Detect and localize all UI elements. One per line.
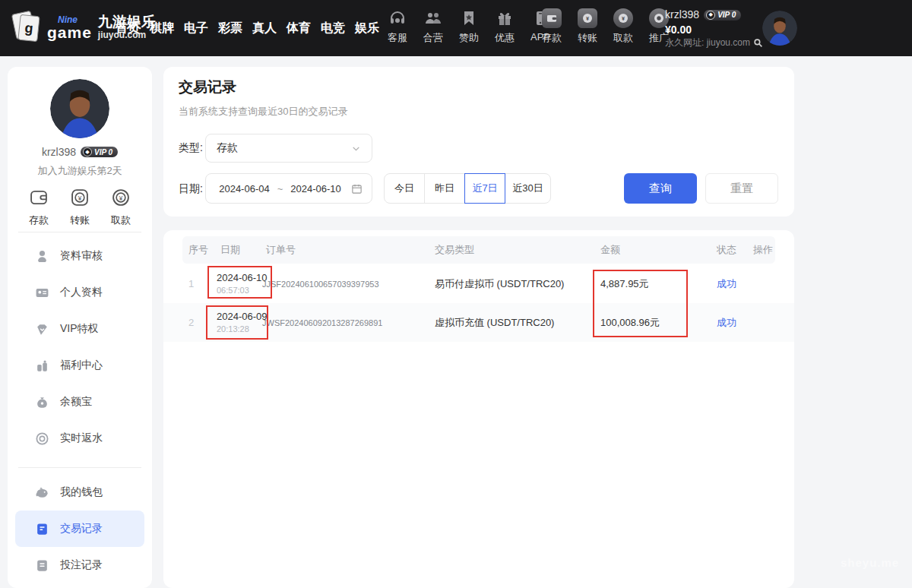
topbar-service-icons: 客服 合营 赞助 优惠 APP [384, 8, 554, 45]
page-title: 交易记录 [179, 77, 236, 97]
sidebar-item-yuebao[interactable]: 余额宝 [15, 384, 144, 420]
row-index: 1 [188, 264, 194, 303]
deposit-quick-action[interactable]: 存款 [28, 187, 49, 227]
logo-game-text: game [47, 24, 92, 40]
nav-slots[interactable]: 电子 [184, 21, 208, 36]
transactions-table-card: 序号 日期 订单号 交易类型 金额 状态 操作 1 2024-06-10 06:… [163, 230, 794, 588]
col-date: 日期 [220, 236, 240, 264]
wallet-outline-icon [28, 187, 49, 208]
nav-esports[interactable]: 电竞 [321, 21, 345, 36]
profile-avatar[interactable] [50, 79, 109, 138]
vip-diamond-icon: ◆ [706, 11, 715, 20]
row-order-number: JJSF202406100657039397953 [262, 264, 379, 303]
avatar[interactable] [762, 11, 797, 46]
col-index: 序号 [188, 236, 208, 264]
partnership-button[interactable]: 合营 [420, 8, 447, 45]
row-index: 2 [188, 303, 194, 342]
sidebar-item-rebate[interactable]: 实时返水 [15, 420, 144, 457]
date-start: 2024-06-04 [219, 183, 270, 194]
type-select[interactable]: 存款 [205, 134, 372, 163]
promotions-button[interactable]: 优惠 [491, 8, 518, 45]
nav-sports[interactable]: 体育 [287, 21, 311, 36]
row-transaction-type: 易币付虚拟币 (USDT/TRC20) [435, 264, 564, 303]
col-amount: 金额 [600, 236, 620, 264]
rebate-circle-icon [35, 432, 49, 446]
row-date: 2024-06-09 20:13:28 [217, 303, 268, 342]
welfare-gift-icon [35, 359, 49, 373]
magnifier-icon[interactable] [753, 38, 763, 48]
logo-cards-icon: g [12, 11, 43, 44]
row-date: 2024-06-10 06:57:03 [217, 264, 268, 303]
bet-record-icon [35, 558, 49, 573]
nav-entertainment[interactable]: 娱乐 [355, 21, 379, 36]
nav-lottery[interactable]: 彩票 [218, 21, 242, 36]
transfer-outline-icon: ¥ [69, 187, 90, 208]
calendar-icon [351, 183, 363, 194]
type-label: 类型: [179, 141, 203, 155]
sidebar-item-profile[interactable]: 个人资料 [15, 274, 144, 311]
page-subtitle: 当前系统支持查询最近30日的交易记录 [179, 105, 347, 119]
wallet-icon [541, 8, 562, 29]
bookmark-star-icon [458, 8, 480, 29]
transaction-record-icon [35, 522, 49, 536]
vip-diamond-icon: ◆ [83, 147, 92, 156]
sidebar-item-welfare[interactable]: 福利中心 [15, 347, 144, 384]
transfer-button-top[interactable]: ¥ 转账 [574, 8, 601, 45]
row-status-link[interactable]: 成功 [717, 303, 736, 342]
transfer-coin-icon: ¥ [577, 8, 598, 29]
divider [18, 232, 141, 232]
vip-diamond-icon [35, 322, 49, 337]
svg-text:¥: ¥ [78, 195, 82, 202]
col-type: 交易类型 [435, 236, 474, 264]
sponsor-button[interactable]: 赞助 [455, 8, 483, 45]
partners-icon [423, 8, 444, 29]
filters-card: 交易记录 当前系统支持查询最近30日的交易记录 类型: 存款 日期: 2024-… [163, 67, 794, 217]
table-row: 2 2024-06-09 20:13:28 JWSF20240609201328… [163, 303, 794, 342]
piggy-bank-icon [35, 485, 49, 500]
sidebar-item-verification[interactable]: 资料审核 [15, 238, 144, 274]
date-shortcut-tabs: 今日 昨日 近7日 近30日 [384, 173, 551, 204]
tab-last-7-days[interactable]: 近7日 [464, 173, 505, 204]
withdraw-coin-icon: ¥ [613, 8, 634, 29]
nav-live[interactable]: 真人 [252, 21, 277, 36]
date-end: 2024-06-10 [290, 183, 341, 194]
permanent-url: 永久网址: jiuyou.com [665, 37, 763, 49]
chevron-down-icon [351, 144, 361, 153]
table-row: 1 2024-06-10 06:57:03 JJSF20240610065703… [163, 264, 794, 303]
deposit-button-top[interactable]: 存款 [538, 8, 565, 45]
sidebar-item-transactions[interactable]: 交易记录 [15, 511, 144, 547]
sidebar-item-wallet[interactable]: 我的钱包 [15, 474, 144, 511]
sidebar-item-bets[interactable]: 投注记录 [15, 547, 144, 583]
nav-chess[interactable]: 棋牌 [150, 21, 174, 36]
tab-today[interactable]: 今日 [384, 173, 425, 204]
tab-last-30-days[interactable]: 近30日 [505, 173, 551, 204]
profile-username: krzl398 [42, 146, 76, 158]
vip-badge: ◆ VIP 0 [704, 10, 741, 21]
date-range-input[interactable]: 2024-06-04 ~ 2024-06-10 [205, 173, 372, 204]
divider [18, 467, 141, 468]
row-transaction-type: 虚拟币充值 (USDT/TRC20) [435, 303, 554, 342]
person-stamp-icon [35, 249, 49, 264]
nav-home[interactable]: 首页 [116, 21, 140, 36]
row-status-link[interactable]: 成功 [717, 264, 736, 303]
tab-yesterday[interactable]: 昨日 [424, 173, 465, 204]
row-amount: 4,887.95元 [600, 264, 649, 303]
sidebar-menu: 资料审核 个人资料 VIP特权 福利中心 余额宝 实时返水 [15, 238, 144, 457]
withdraw-quick-action[interactable]: ¥ 取款 [110, 187, 131, 227]
withdraw-button-top[interactable]: ¥ 取款 [610, 8, 637, 45]
customer-service-button[interactable]: 客服 [384, 8, 411, 45]
date-separator: ~ [277, 183, 283, 194]
sidebar-item-vip[interactable]: VIP特权 [15, 311, 144, 347]
id-card-icon [35, 286, 49, 300]
query-button[interactable]: 查询 [624, 173, 697, 204]
profile-vip-badge: ◆ VIP 0 [81, 147, 118, 157]
topbar-wallet-icons: 存款 ¥ 转账 ¥ 取款 推广 [538, 8, 673, 45]
transfer-quick-action[interactable]: ¥ 转账 [69, 187, 90, 227]
quick-actions: 存款 ¥ 转账 ¥ 取款 [8, 178, 152, 227]
svg-text:¥: ¥ [119, 195, 123, 202]
row-amount: 100,008.96元 [600, 303, 660, 342]
reset-button[interactable]: 重置 [705, 173, 778, 204]
row-order-number: JWSF202406092013287269891 [262, 303, 382, 342]
date-label: 日期: [179, 182, 203, 196]
table-header: 序号 日期 订单号 交易类型 金额 状态 操作 [182, 236, 775, 264]
